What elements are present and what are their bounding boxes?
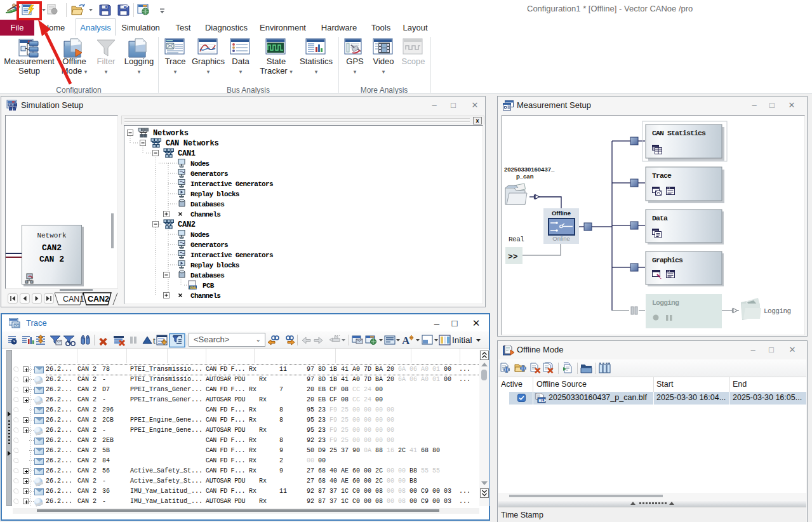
svg-text:t: t (153, 336, 156, 345)
svg-text:Interactive Generators: Interactive Generators (190, 180, 273, 188)
svg-text:CAN2: CAN2 (178, 220, 196, 229)
svg-text:Replay blocks: Replay blocks (190, 262, 239, 269)
svg-text:CAN Statistics: CAN Statistics (652, 129, 706, 137)
svg-text:p_can: p_can (516, 173, 534, 180)
svg-text:CAN1: CAN1 (63, 295, 84, 304)
svg-text:XML: XML (190, 286, 197, 290)
svg-text:Databases: Databases (190, 201, 224, 208)
svg-text:CAN2: CAN2 (88, 295, 109, 304)
svg-text:BLF: BLF (538, 398, 546, 403)
svg-text:Interactive Generators: Interactive Generators (190, 251, 273, 259)
svg-text:Graphics: Graphics (652, 256, 683, 264)
svg-text:Channels: Channels (190, 292, 220, 300)
svg-text:Trace: Trace (652, 171, 672, 180)
svg-text:Data: Data (652, 214, 668, 222)
svg-text:Offline: Offline (552, 210, 571, 217)
svg-text:Nodes: Nodes (190, 160, 210, 168)
svg-text:PCB: PCB (203, 282, 215, 290)
svg-text:Real: Real (509, 236, 524, 243)
svg-text:Logging: Logging (764, 307, 791, 315)
svg-text:Generators: Generators (190, 241, 228, 249)
svg-text:Replay blocks: Replay blocks (190, 191, 239, 198)
svg-text:A: A (402, 335, 410, 347)
svg-text:>>: >> (508, 252, 518, 262)
svg-text:Nodes: Nodes (190, 231, 210, 239)
svg-text:Networks: Networks (153, 129, 189, 138)
svg-text:Generators: Generators (190, 170, 228, 178)
svg-text:CAN1: CAN1 (178, 149, 196, 158)
svg-text:Logging: Logging (652, 298, 679, 307)
svg-text:Databases: Databases (190, 272, 224, 279)
svg-text:Online: Online (552, 235, 569, 242)
svg-text:CAN Networks: CAN Networks (166, 139, 218, 148)
svg-text:Initial: Initial (452, 335, 472, 345)
svg-text:Channels: Channels (190, 211, 220, 218)
svg-text:20250330160437_: 20250330160437_ (504, 166, 555, 173)
